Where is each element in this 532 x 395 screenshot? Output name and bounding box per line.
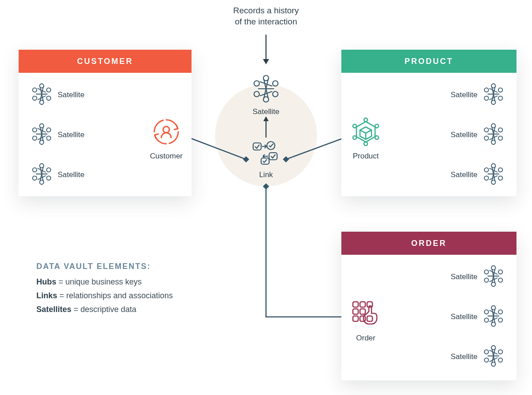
product-satellite-row: Satellite [451,83,505,107]
svg-point-28 [273,91,278,97]
top-caption: Records a history of the interaction [233,5,299,27]
order-hub: Order [350,298,381,343]
link-icon [251,140,281,168]
order-icon [350,298,381,331]
legend: DATA VAULT ELEMENTS: Hubs = unique busin… [36,262,231,319]
order-satellite-row: Satellite [451,265,505,289]
order-card: ORDER Satellite Satellite Satellite [341,232,516,380]
order-satellite-row: Satellite [451,304,505,329]
legend-links-term: Links [36,291,57,300]
legend-hubs: Hubs = unique business keys [36,277,231,287]
product-satellite-row: Satellite [451,122,505,147]
satellite-label: Satellite [451,170,477,179]
order-header: ORDER [341,232,516,255]
product-hub: Product [350,116,381,161]
customer-satellite-row: Satellite [30,162,84,187]
order-hub-label: Order [350,334,381,343]
legend-links-def: = relationships and associations [57,291,173,300]
satellite-icon [482,122,505,147]
satellite-icon [482,83,505,107]
product-icon [350,116,381,149]
satellite-icon [30,122,53,147]
center-satellite-label: Satellite [252,107,280,116]
legend-sats-term: Satellites [36,305,71,314]
center-satellite: Satellite [252,75,280,116]
customer-card: CUSTOMER Satellite Satellite Satellite [19,50,192,196]
satellite-label: Satellite [451,91,477,99]
customer-header: CUSTOMER [19,50,192,73]
center-link-label: Link [251,170,281,179]
svg-rect-34 [269,153,277,160]
satellite-icon [482,162,505,187]
svg-rect-46 [353,309,358,314]
satellite-label: Satellite [451,352,477,361]
svg-point-27 [273,81,278,86]
svg-rect-47 [360,309,365,314]
svg-rect-43 [353,302,358,307]
satellite-icon [482,344,505,369]
svg-rect-44 [360,302,365,307]
product-hub-label: Product [350,152,381,161]
satellite-label: Satellite [451,130,477,139]
caption-line1: Records a history [233,5,299,16]
product-header: PRODUCT [341,50,516,73]
product-card: PRODUCT Satellite Satellite Satellite [341,50,516,196]
satellite-label: Satellite [451,273,477,281]
satellite-icon [482,304,505,329]
svg-point-30 [254,91,259,97]
center-link: Link [251,140,281,179]
svg-rect-32 [253,143,261,150]
customer-icon [151,116,182,149]
satellite-label: Satellite [58,170,84,179]
satellite-icon [30,162,53,187]
product-satellite-row: Satellite [451,162,505,187]
svg-point-31 [254,81,259,86]
svg-point-33 [267,142,275,150]
caption-line2: of the interaction [233,16,299,28]
customer-satellite-row: Satellite [30,83,84,107]
satellite-label: Satellite [58,91,84,99]
satellite-label: Satellite [451,312,477,321]
legend-hubs-term: Hubs [36,277,56,286]
customer-hub: Customer [150,116,183,161]
svg-rect-49 [360,316,365,321]
legend-title: DATA VAULT ELEMENTS: [36,262,231,271]
svg-rect-48 [353,316,358,321]
order-satellite-row: Satellite [451,344,505,369]
satellite-icon [30,83,53,107]
satellite-icon [482,265,505,289]
satellite-label: Satellite [58,130,84,139]
customer-hub-label: Customer [150,152,183,161]
svg-point-36 [163,126,169,133]
legend-sats-def: = descriptive data [71,305,137,314]
svg-rect-50 [367,316,372,321]
legend-satellites: Satellites = descriptive data [36,305,231,314]
diagram-stage: Records a history of the interaction Sat… [0,0,532,395]
satellite-icon [252,75,280,105]
customer-satellite-row: Satellite [30,122,84,147]
legend-links: Links = relationships and associations [36,291,231,300]
legend-hubs-def: = unique business keys [56,277,142,286]
